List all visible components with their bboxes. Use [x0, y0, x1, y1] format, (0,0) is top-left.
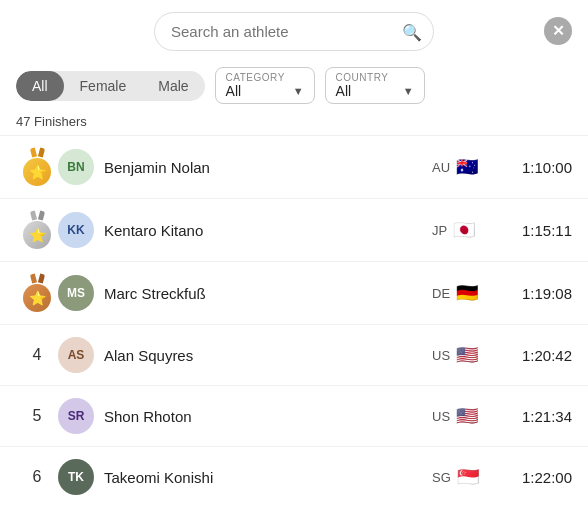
rank-number: 4	[33, 346, 42, 364]
athlete-row[interactable]: ⭐ BN Benjamin Nolan AU 🇦🇺 1:10:00	[0, 136, 588, 199]
athlete-name: Shon Rhoton	[104, 408, 432, 425]
country-code: JP	[432, 223, 447, 238]
flag-icon: 🇺🇸	[456, 346, 478, 364]
rank-number: 5	[33, 407, 42, 425]
avatar-cell: SR	[58, 398, 102, 434]
athlete-name: Takeomi Konishi	[104, 469, 432, 486]
country-cell: SG 🇸🇬	[432, 468, 502, 486]
avatar: SR	[58, 398, 94, 434]
rank-cell: ⭐	[16, 274, 58, 312]
finisher-count: 47 Finishers	[0, 112, 588, 135]
athlete-row[interactable]: ⭐ KK Kentaro Kitano JP 🇯🇵 1:15:11	[0, 199, 588, 262]
athlete-name: Benjamin Nolan	[104, 159, 432, 176]
athlete-row[interactable]: 6 TK Takeomi Konishi SG 🇸🇬 1:22:00	[0, 447, 588, 505]
country-cell: DE 🇩🇪	[432, 284, 502, 302]
athlete-name: Kentaro Kitano	[104, 222, 432, 239]
finish-time: 1:10:00	[502, 159, 572, 176]
flag-icon: 🇸🇬	[457, 468, 479, 486]
finish-time: 1:20:42	[502, 347, 572, 364]
rank-cell: ⭐	[16, 148, 58, 186]
country-cell: JP 🇯🇵	[432, 221, 502, 239]
athlete-row[interactable]: 4 AS Alan Squyres US 🇺🇸 1:20:42	[0, 325, 588, 386]
athlete-name: Alan Squyres	[104, 347, 432, 364]
rank-cell: 4	[16, 346, 58, 364]
country-chevron-icon: ▼	[403, 85, 414, 97]
avatar-cell: AS	[58, 337, 102, 373]
avatar: BN	[58, 149, 94, 185]
search-input[interactable]	[154, 12, 434, 51]
country-code: DE	[432, 286, 450, 301]
country-cell: US 🇺🇸	[432, 346, 502, 364]
flag-icon: 🇦🇺	[456, 158, 478, 176]
category-chevron-icon: ▼	[293, 85, 304, 97]
medal-icon: ⭐	[23, 211, 51, 249]
country-code: US	[432, 348, 450, 363]
country-code: AU	[432, 160, 450, 175]
country-value: All	[336, 83, 352, 99]
search-icon: 🔍	[402, 22, 422, 41]
medal-icon: ⭐	[23, 148, 51, 186]
rank-cell: ⭐	[16, 211, 58, 249]
finish-time: 1:19:08	[502, 285, 572, 302]
finish-time: 1:21:34	[502, 408, 572, 425]
avatar-cell: KK	[58, 212, 102, 248]
filter-row: All Female Male CATEGORY All ▼ COUNTRY A…	[0, 61, 588, 112]
avatar: KK	[58, 212, 94, 248]
gender-male-button[interactable]: Male	[142, 71, 204, 101]
category-label: CATEGORY	[226, 72, 304, 83]
category-value: All	[226, 83, 242, 99]
finish-time: 1:22:00	[502, 469, 572, 486]
search-bar: 🔍 ✕	[0, 0, 588, 61]
athlete-list: ⭐ BN Benjamin Nolan AU 🇦🇺 1:10:00 ⭐ KK K…	[0, 135, 588, 505]
finish-time: 1:15:11	[502, 222, 572, 239]
close-button[interactable]: ✕	[544, 17, 572, 45]
avatar: AS	[58, 337, 94, 373]
avatar-cell: MS	[58, 275, 102, 311]
athlete-row[interactable]: 5 SR Shon Rhoton US 🇺🇸 1:21:34	[0, 386, 588, 447]
country-cell: AU 🇦🇺	[432, 158, 502, 176]
flag-icon: 🇺🇸	[456, 407, 478, 425]
flag-icon: 🇯🇵	[453, 221, 475, 239]
rank-cell: 6	[16, 468, 58, 486]
rank-number: 6	[33, 468, 42, 486]
athlete-name: Marc Streckfuß	[104, 285, 432, 302]
avatar-cell: TK	[58, 459, 102, 495]
avatar: TK	[58, 459, 94, 495]
category-dropdown[interactable]: CATEGORY All ▼	[215, 67, 315, 104]
search-container: 🔍	[154, 12, 434, 51]
gender-group: All Female Male	[16, 71, 205, 101]
country-cell: US 🇺🇸	[432, 407, 502, 425]
gender-all-button[interactable]: All	[16, 71, 64, 101]
gender-female-button[interactable]: Female	[64, 71, 143, 101]
flag-icon: 🇩🇪	[456, 284, 478, 302]
avatar-cell: BN	[58, 149, 102, 185]
avatar: MS	[58, 275, 94, 311]
athlete-row[interactable]: ⭐ MS Marc Streckfuß DE 🇩🇪 1:19:08	[0, 262, 588, 325]
country-code: SG	[432, 470, 451, 485]
medal-icon: ⭐	[23, 274, 51, 312]
country-dropdown[interactable]: COUNTRY All ▼	[325, 67, 425, 104]
country-label: COUNTRY	[336, 72, 414, 83]
rank-cell: 5	[16, 407, 58, 425]
country-code: US	[432, 409, 450, 424]
